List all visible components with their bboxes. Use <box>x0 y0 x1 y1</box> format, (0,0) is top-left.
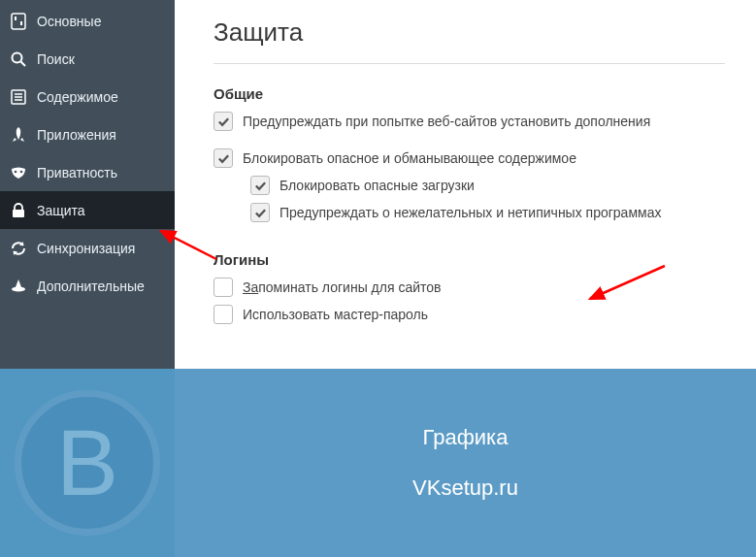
option-label: Блокировать опасные загрузки <box>279 178 475 193</box>
sidebar-item-label: Синхронизация <box>37 241 135 256</box>
section-general-title: Общие <box>214 85 725 102</box>
svg-rect-2 <box>20 21 22 25</box>
option-label: Блокировать опасное и обманывающее содер… <box>243 150 576 166</box>
option-label: Предупреждать о нежелательных и нетипичн… <box>279 205 661 220</box>
sidebar-item-applications[interactable]: Приложения <box>0 115 175 153</box>
logo-circle: В <box>15 390 160 536</box>
svg-line-13 <box>161 231 216 259</box>
svg-point-9 <box>15 170 17 173</box>
svg-rect-1 <box>15 16 16 20</box>
rocket-icon <box>10 126 27 144</box>
option-label: Предупреждать при попытке веб-сайтов уст… <box>243 114 650 129</box>
svg-line-14 <box>590 266 665 299</box>
search-icon <box>10 50 27 68</box>
sidebar: Основные Поиск Содержимое Приложения При <box>0 0 175 369</box>
sidebar-item-label: Основные <box>37 14 101 29</box>
main-content: Защита Общие Предупреждать при попытке в… <box>175 0 756 369</box>
checkbox-unchecked-icon[interactable] <box>214 278 233 297</box>
sidebar-item-label: Поиск <box>37 51 75 67</box>
option-warn-programs[interactable]: Предупреждать о нежелательных и нетипичн… <box>214 203 725 222</box>
banner-text-area: Графика VKsetup.ru <box>175 369 756 557</box>
sidebar-item-label: Приложения <box>37 127 116 143</box>
banner-line2: VKsetup.ru <box>412 475 518 501</box>
option-warn-addons[interactable]: Предупреждать при попытке веб-сайтов уст… <box>214 112 725 131</box>
sidebar-item-content[interactable]: Содержимое <box>0 78 175 115</box>
checkbox-checked-icon[interactable] <box>214 148 233 168</box>
option-master-password[interactable]: Использовать мастер-пароль <box>214 305 725 324</box>
footer-banner: В Графика VKsetup.ru <box>0 369 756 557</box>
sidebar-item-label: Дополнительные <box>37 278 145 294</box>
checkbox-unchecked-icon[interactable] <box>214 305 233 324</box>
divider <box>214 63 725 64</box>
option-label: Использовать мастер-пароль <box>243 307 428 322</box>
svg-point-3 <box>13 52 22 62</box>
svg-line-4 <box>21 61 26 66</box>
annotation-arrow-icon <box>153 225 221 264</box>
sidebar-item-general[interactable]: Основные <box>0 2 175 40</box>
sync-icon <box>10 240 27 257</box>
option-block-downloads[interactable]: Блокировать опасные загрузки <box>214 176 725 195</box>
content-icon <box>10 88 27 106</box>
option-label: Запоминать логины для сайтов <box>243 279 441 295</box>
checkbox-checked-icon[interactable] <box>250 176 270 195</box>
sidebar-item-sync[interactable]: Синхронизация <box>0 229 175 267</box>
svg-rect-0 <box>12 14 25 29</box>
sidebar-item-search[interactable]: Поиск <box>0 40 175 78</box>
svg-point-10 <box>20 170 23 173</box>
annotation-arrow-icon <box>582 260 670 304</box>
banner-line1: Графика <box>423 425 509 450</box>
sidebar-item-label: Содержимое <box>37 89 118 105</box>
sidebar-item-security[interactable]: Защита <box>0 191 175 229</box>
page-title: Защита <box>214 17 725 57</box>
sidebar-item-advanced[interactable]: Дополнительные <box>0 267 175 305</box>
svg-point-12 <box>12 286 25 291</box>
mask-icon <box>10 164 27 181</box>
lock-icon <box>10 202 27 219</box>
sidebar-item-privacy[interactable]: Приватность <box>0 153 175 191</box>
slider-icon <box>10 13 27 30</box>
svg-rect-11 <box>13 210 24 217</box>
hat-icon <box>10 278 27 295</box>
sidebar-item-label: Защита <box>37 203 85 218</box>
checkbox-checked-icon[interactable] <box>250 203 270 222</box>
banner-logo-area: В <box>0 369 175 557</box>
checkbox-checked-icon[interactable] <box>214 112 233 131</box>
logo-letter: В <box>56 410 118 516</box>
option-block-dangerous[interactable]: Блокировать опасное и обманывающее содер… <box>214 148 725 168</box>
sidebar-item-label: Приватность <box>37 165 117 180</box>
